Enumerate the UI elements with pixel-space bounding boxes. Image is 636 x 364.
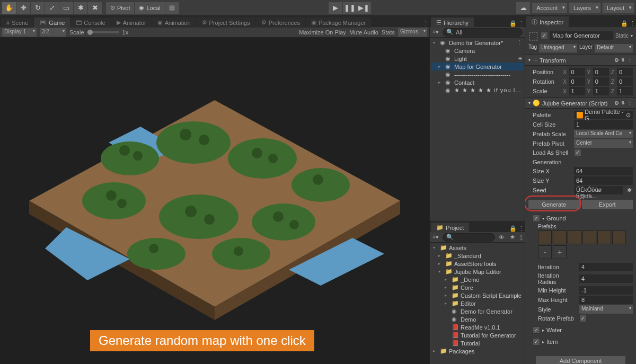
seed-random[interactable]: ✱: [625, 187, 633, 194]
tree-item[interactable]: ▸📁Editor: [431, 299, 524, 307]
prefab-thumb[interactable]: [612, 230, 626, 244]
hand-tool[interactable]: ✋: [2, 2, 16, 14]
tree-item[interactable]: 📕ReadMe v1.0.1: [431, 323, 524, 331]
cell-size-field[interactable]: [574, 120, 633, 129]
project-add[interactable]: +▾: [432, 234, 439, 241]
iter-radius-field[interactable]: [579, 274, 633, 283]
enabled-checkbox[interactable]: ✓: [541, 32, 548, 39]
prefab-thumb[interactable]: [568, 230, 581, 244]
prefab-remove[interactable]: -: [538, 245, 552, 259]
item-checkbox[interactable]: ✓: [533, 338, 540, 345]
project-menu[interactable]: ⋮: [517, 225, 525, 232]
rotate-prefab-checkbox[interactable]: ✓: [579, 315, 587, 322]
rot-x[interactable]: [569, 77, 585, 86]
mute-toggle[interactable]: Mute Audio: [349, 29, 378, 35]
layout-dropdown[interactable]: Layout: [603, 3, 634, 13]
tree-item[interactable]: ▸📁AssetStoreTools: [431, 260, 524, 268]
prefab-thumb[interactable]: [538, 230, 552, 244]
move-tool[interactable]: ✥: [16, 2, 30, 14]
scale-slider[interactable]: [87, 31, 119, 33]
layers-dropdown[interactable]: Layers: [569, 3, 600, 13]
iteration-field[interactable]: [579, 263, 633, 271]
tab-preferences[interactable]: ⚙Preferences: [256, 17, 305, 28]
hierarchy-search[interactable]: 🔍All: [443, 28, 523, 37]
project-search[interactable]: 🔍: [443, 233, 495, 242]
tree-item[interactable]: ◉Demo: [431, 315, 524, 323]
transform-header[interactable]: ▾⊹ Transform ⚙⇅⋮: [525, 55, 636, 66]
prefab-scale-dropdown[interactable]: Local Scale And Ce: [574, 130, 633, 138]
transform-tool[interactable]: ✱: [74, 2, 87, 14]
tree-item[interactable]: ◉-----------------------------: [431, 70, 524, 78]
tree-item[interactable]: ◉Demo for Generator: [431, 307, 524, 315]
tree-item[interactable]: ▸📁_Demo: [431, 276, 524, 283]
tree-item[interactable]: ▸📁Core: [431, 283, 524, 291]
tag-dropdown[interactable]: Untagged: [539, 44, 577, 52]
rot-z[interactable]: [617, 77, 633, 86]
ground-checkbox[interactable]: ✓: [533, 215, 540, 222]
pos-x[interactable]: [569, 68, 585, 76]
tree-item[interactable]: ▾◉Demo for Generator*⋮: [431, 39, 524, 47]
prefab-pivot-dropdown[interactable]: Center: [574, 139, 633, 148]
display-dropdown[interactable]: Display 1: [2, 28, 37, 37]
prefab-thumb[interactable]: [597, 230, 611, 244]
tab-animation[interactable]: ◉Animation: [152, 17, 196, 28]
tab-project-settings[interactable]: ⚙Project Settings: [197, 17, 255, 28]
load-shell-checkbox[interactable]: ✓: [574, 149, 581, 156]
local-toggle[interactable]: ◉Local: [135, 2, 164, 14]
tab-inspector[interactable]: ⓘInspector: [526, 16, 569, 28]
tree-item[interactable]: ▸◉Map for Generator: [431, 63, 524, 70]
step-button[interactable]: ▶❚: [357, 2, 371, 14]
scale-x[interactable]: [569, 87, 585, 95]
export-button[interactable]: Export: [582, 200, 633, 209]
rect-tool[interactable]: ▭: [59, 2, 73, 14]
add-component-button[interactable]: Add Component: [536, 356, 625, 364]
tab-game[interactable]: 🎮Game: [34, 17, 70, 28]
tree-item[interactable]: 📕Tutorial: [431, 339, 524, 347]
tab-hierarchy[interactable]: ☰Hierarchy: [431, 17, 474, 28]
custom-tool[interactable]: ✖: [88, 2, 102, 14]
tree-item[interactable]: ▸📁Custom Script Example: [431, 291, 524, 299]
hierarchy-menu[interactable]: ⋮: [517, 20, 525, 27]
prefab-thumb[interactable]: [582, 230, 596, 244]
aspect-dropdown[interactable]: 3:2: [40, 28, 66, 37]
snap-tool[interactable]: ⊞: [165, 2, 179, 14]
hierarchy-add[interactable]: +▾: [432, 29, 439, 35]
seed-field[interactable]: ÛÊkÔõûø ĥ@dä...: [574, 186, 623, 194]
gizmos-dropdown[interactable]: Gizmos: [398, 28, 427, 37]
rotate-tool[interactable]: ↻: [31, 2, 45, 14]
hierarchy-lock[interactable]: 🔒: [509, 20, 517, 27]
max-height-field[interactable]: [579, 296, 633, 304]
tree-item[interactable]: ▾📁Assets: [431, 244, 524, 252]
tree-item[interactable]: ▸📁_Standard: [431, 252, 524, 260]
project-star[interactable]: ★: [509, 234, 516, 241]
play-button[interactable]: ▶: [329, 2, 342, 14]
tree-item[interactable]: ◉Light☀: [431, 55, 524, 63]
tree-item[interactable]: ▸◉Contact: [431, 78, 524, 86]
min-height-field[interactable]: [579, 286, 633, 295]
inspector-lock[interactable]: 🔒: [621, 20, 628, 27]
pivot-toggle[interactable]: ⊙Pivot: [106, 2, 134, 14]
script-header[interactable]: ▾🟡 Jujube Generator (Script) ⚙⇅⋮: [525, 97, 636, 109]
pos-z[interactable]: [617, 68, 633, 76]
tab-project[interactable]: 📁Project: [431, 223, 469, 233]
style-dropdown[interactable]: Mainland: [579, 305, 633, 314]
layer-dropdown[interactable]: Default: [595, 44, 633, 52]
project-lock[interactable]: 🔒: [509, 225, 517, 232]
scale-tool[interactable]: ⤢: [45, 2, 59, 14]
tree-item[interactable]: ▸📁Packages: [431, 347, 524, 355]
water-checkbox[interactable]: ✓: [533, 326, 540, 334]
tab-console[interactable]: 🗔Console: [70, 18, 110, 28]
tab-scene[interactable]: #Scene: [1, 18, 33, 28]
palette-field[interactable]: 🟧Demo Palette - G⊙: [574, 111, 633, 119]
size-y-field[interactable]: [574, 176, 633, 185]
cloud-icon[interactable]: ☁: [516, 2, 530, 14]
pos-y[interactable]: [593, 68, 609, 76]
inspector-menu[interactable]: ⋮: [629, 20, 636, 27]
account-dropdown[interactable]: Account: [532, 3, 567, 13]
stats-toggle[interactable]: Stats: [382, 29, 395, 35]
object-name-field[interactable]: [550, 31, 613, 40]
tab-animator[interactable]: ▶Animator: [111, 17, 152, 28]
tab-package-manager[interactable]: ▣Package Manager: [306, 17, 371, 28]
tree-item[interactable]: 📕Tutorial for Generator: [431, 331, 524, 339]
tree-item[interactable]: ◉★ ★ ★ ★ ★ if you like it :): [431, 86, 524, 94]
